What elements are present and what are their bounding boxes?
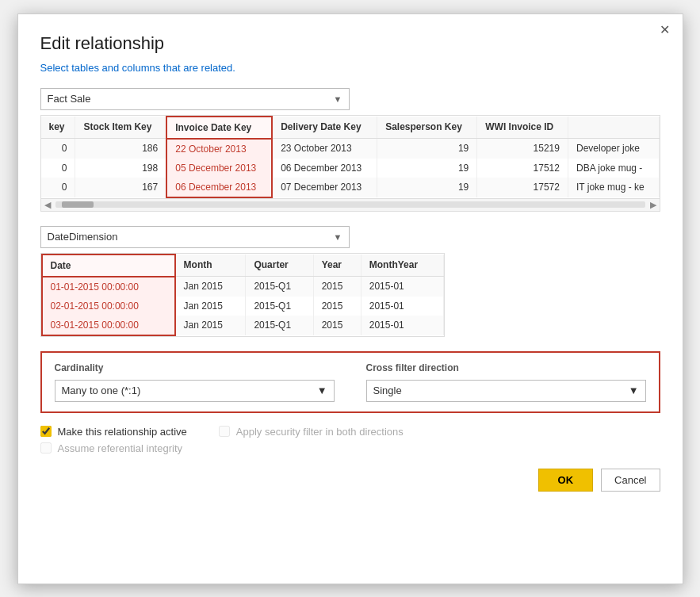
col-extra bbox=[568, 117, 659, 139]
cell-desc: IT joke mug - ke bbox=[568, 178, 659, 197]
cardinality-section: Cardinality Cross filter direction Many … bbox=[40, 351, 660, 413]
table2-dropdown-row: DateDimension ▼ bbox=[40, 226, 660, 248]
bottom-buttons: OK Cancel bbox=[40, 469, 660, 492]
cell-month: Jan 2015 bbox=[175, 297, 246, 316]
scroll-thumb bbox=[62, 201, 94, 208]
cell-year: 2015 bbox=[313, 297, 361, 316]
table1-container: key Stock Item Key Invoice Date Key Deli… bbox=[40, 115, 660, 212]
col-monthyear: MonthYear bbox=[361, 254, 443, 277]
col-wwi-invoice-id: WWI Invoice ID bbox=[477, 117, 568, 139]
scroll-track bbox=[55, 201, 645, 208]
cell-quarter: 2015-Q1 bbox=[246, 297, 313, 316]
col-date: Date bbox=[42, 254, 175, 277]
scroll-right-arrow[interactable]: ▶ bbox=[650, 200, 656, 210]
table2-dropdown-value: DateDimension bbox=[48, 231, 118, 243]
cell-date: 01-01-2015 00:00:00 bbox=[42, 277, 175, 297]
active-checkbox[interactable] bbox=[40, 426, 52, 437]
col-stock-item-key: Stock Item Key bbox=[75, 117, 166, 139]
table1-dropdown-arrow: ▼ bbox=[334, 94, 342, 104]
table2: Date Month Quarter Year MonthYear 01-01-… bbox=[41, 254, 444, 336]
cell-salesperson: 19 bbox=[377, 178, 477, 197]
integrity-label: Assume referential integrity bbox=[58, 442, 183, 454]
cell-desc: Developer joke bbox=[568, 139, 659, 159]
cell-desc: DBA joke mug - bbox=[568, 159, 659, 178]
cell-quarter: 2015-Q1 bbox=[246, 316, 313, 335]
cardinality-arrow: ▼ bbox=[317, 385, 327, 396]
active-checkbox-row: Make this relationship active bbox=[40, 426, 187, 438]
scroll-left-arrow[interactable]: ◀ bbox=[44, 200, 51, 210]
cell-date: 03-01-2015 00:00:00 bbox=[42, 316, 175, 335]
table-row: 01-01-2015 00:00:00 Jan 2015 2015-Q1 201… bbox=[42, 277, 444, 297]
close-button[interactable]: ✕ bbox=[660, 24, 670, 36]
col-quarter: Quarter bbox=[246, 254, 313, 277]
cell-wwi: 17512 bbox=[477, 159, 568, 178]
cross-filter-group: Single ▼ bbox=[366, 380, 646, 402]
cross-filter-dropdown[interactable]: Single ▼ bbox=[366, 380, 646, 402]
cell-key: 0 bbox=[41, 139, 75, 159]
cell-stock: 198 bbox=[75, 159, 166, 178]
table1: key Stock Item Key Invoice Date Key Deli… bbox=[41, 116, 660, 198]
cell-invoice-date: 06 December 2013 bbox=[166, 178, 272, 197]
security-checkbox[interactable] bbox=[219, 426, 230, 437]
cell-year: 2015 bbox=[313, 277, 361, 297]
cardinality-dropdown[interactable]: Many to one (*:1) ▼ bbox=[55, 380, 335, 402]
table-row: 0 198 05 December 2013 06 December 2013 … bbox=[41, 159, 660, 178]
cell-wwi: 15219 bbox=[477, 139, 568, 159]
cardinality-label: Cardinality bbox=[55, 362, 335, 373]
cell-monthyear: 2015-01 bbox=[361, 316, 443, 335]
cell-monthyear: 2015-01 bbox=[361, 277, 443, 297]
table-row: 02-01-2015 00:00:00 Jan 2015 2015-Q1 201… bbox=[42, 297, 444, 316]
cell-wwi: 17572 bbox=[477, 178, 568, 197]
ok-button[interactable]: OK bbox=[538, 469, 594, 492]
table-row: 0 167 06 December 2013 07 December 2013 … bbox=[41, 178, 660, 197]
cell-quarter: 2015-Q1 bbox=[246, 277, 313, 297]
table2-dropdown-arrow: ▼ bbox=[334, 232, 342, 242]
col-key: key bbox=[41, 117, 75, 139]
cell-month: Jan 2015 bbox=[175, 277, 246, 297]
col-delivery-date-key: Delivery Date Key bbox=[272, 117, 377, 139]
integrity-checkbox[interactable] bbox=[40, 442, 52, 453]
cardinality-value: Many to one (*:1) bbox=[62, 385, 141, 396]
cell-delivery-date: 23 October 2013 bbox=[272, 139, 377, 159]
cell-month: Jan 2015 bbox=[175, 316, 246, 335]
cell-salesperson: 19 bbox=[377, 159, 477, 178]
integrity-checkbox-row: Assume referential integrity bbox=[40, 442, 187, 454]
table2-dropdown[interactable]: DateDimension ▼ bbox=[40, 226, 350, 248]
cell-year: 2015 bbox=[313, 316, 361, 335]
cell-salesperson: 19 bbox=[377, 139, 477, 159]
col-invoice-date-key: Invoice Date Key bbox=[166, 117, 272, 139]
table1-scrollbar[interactable]: ◀ ▶ bbox=[41, 198, 660, 211]
col-year: Year bbox=[313, 254, 361, 277]
cell-key: 0 bbox=[41, 159, 75, 178]
cross-filter-arrow: ▼ bbox=[629, 385, 639, 396]
dialog-subtitle: Select tables and columns that are relat… bbox=[40, 62, 660, 74]
table2-header-row: Date Month Quarter Year MonthYear bbox=[42, 254, 444, 277]
cell-invoice-date: 22 October 2013 bbox=[166, 139, 272, 159]
table1-dropdown[interactable]: Fact Sale ▼ bbox=[40, 88, 350, 110]
table2-container: Date Month Quarter Year MonthYear 01-01-… bbox=[40, 253, 445, 337]
table1-header-row: key Stock Item Key Invoice Date Key Deli… bbox=[41, 117, 660, 139]
cell-invoice-date: 05 December 2013 bbox=[166, 159, 272, 178]
cardinality-dropdowns: Many to one (*:1) ▼ Single ▼ bbox=[55, 380, 646, 402]
dialog-title: Edit relationship bbox=[40, 33, 660, 54]
table1-dropdown-row: Fact Sale ▼ bbox=[40, 88, 660, 110]
cell-stock: 167 bbox=[75, 178, 166, 197]
left-checkboxes: Make this relationship active Assume ref… bbox=[40, 426, 187, 459]
cardinality-labels: Cardinality Cross filter direction bbox=[55, 362, 646, 373]
cell-stock: 186 bbox=[75, 139, 166, 159]
table1-dropdown-value: Fact Sale bbox=[48, 93, 91, 105]
cross-filter-value: Single bbox=[373, 385, 402, 396]
checkboxes-row: Make this relationship active Assume ref… bbox=[40, 426, 660, 459]
active-label: Make this relationship active bbox=[58, 426, 187, 438]
cell-key: 0 bbox=[41, 178, 75, 197]
cancel-button[interactable]: Cancel bbox=[601, 469, 660, 492]
cell-delivery-date: 06 December 2013 bbox=[272, 159, 377, 178]
security-checkbox-row: Apply security filter in both directions bbox=[219, 426, 404, 438]
table-row: 0 186 22 October 2013 23 October 2013 19… bbox=[41, 139, 660, 159]
security-label: Apply security filter in both directions bbox=[236, 426, 404, 438]
col-salesperson-key: Salesperson Key bbox=[377, 117, 477, 139]
cardinality-group: Many to one (*:1) ▼ bbox=[55, 380, 335, 402]
edit-relationship-dialog: ✕ Edit relationship Select tables and co… bbox=[17, 13, 683, 584]
cell-delivery-date: 07 December 2013 bbox=[272, 178, 377, 197]
cell-date: 02-01-2015 00:00:00 bbox=[42, 297, 175, 316]
